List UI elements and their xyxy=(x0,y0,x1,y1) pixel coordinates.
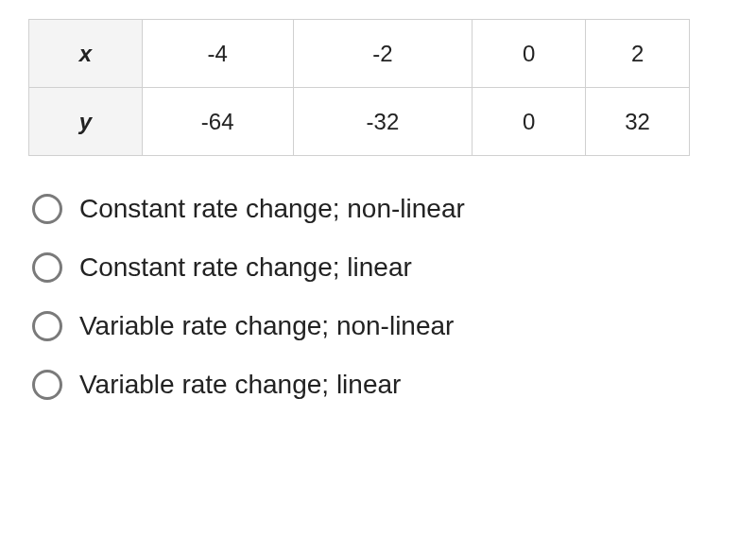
row-header-y: y xyxy=(29,88,143,156)
table-cell: -32 xyxy=(293,88,472,156)
table-row: x -4 -2 0 2 xyxy=(29,20,690,88)
option-3[interactable]: Variable rate change; non-linear xyxy=(32,311,728,341)
option-label: Constant rate change; non-linear xyxy=(79,194,465,224)
option-1[interactable]: Constant rate change; non-linear xyxy=(32,194,728,224)
table-cell: -4 xyxy=(142,20,293,88)
option-label: Variable rate change; linear xyxy=(79,370,401,400)
data-table-wrap: x -4 -2 0 2 y -64 -32 0 32 xyxy=(28,19,728,156)
radio-icon xyxy=(32,311,62,341)
table-cell: -2 xyxy=(293,20,472,88)
row-header-x: x xyxy=(29,20,143,88)
option-label: Constant rate change; linear xyxy=(79,252,412,283)
option-4[interactable]: Variable rate change; linear xyxy=(32,370,728,400)
table-cell: 0 xyxy=(472,88,586,156)
options-group: Constant rate change; non-linear Constan… xyxy=(28,194,728,400)
table-cell: 32 xyxy=(586,88,690,156)
radio-icon xyxy=(32,194,62,224)
table-cell: 0 xyxy=(472,20,586,88)
option-label: Variable rate change; non-linear xyxy=(79,311,454,341)
table-cell: 2 xyxy=(586,20,690,88)
data-table: x -4 -2 0 2 y -64 -32 0 32 xyxy=(28,19,690,156)
table-row: y -64 -32 0 32 xyxy=(29,88,690,156)
table-cell: -64 xyxy=(142,88,293,156)
option-2[interactable]: Constant rate change; linear xyxy=(32,252,728,283)
radio-icon xyxy=(32,252,62,283)
radio-icon xyxy=(32,370,62,400)
